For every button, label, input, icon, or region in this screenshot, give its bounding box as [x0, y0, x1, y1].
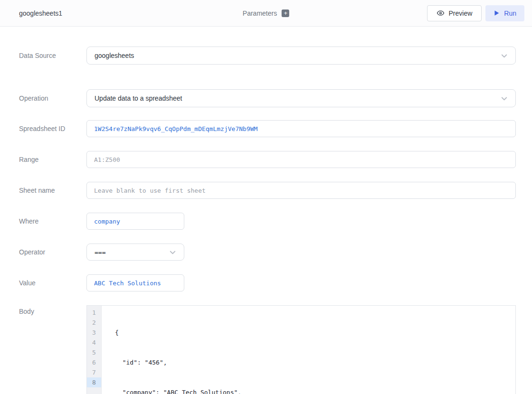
- field-row-range: Range: [19, 151, 516, 168]
- body-label: Body: [19, 305, 86, 315]
- line-number: 3: [87, 328, 101, 338]
- line-number: 6: [87, 357, 101, 367]
- field-row-spreadsheet-id: Spreadsheet ID: [19, 120, 516, 137]
- add-parameter-button[interactable]: +: [282, 9, 289, 17]
- where-input[interactable]: [86, 213, 184, 230]
- spreadsheet-id-input[interactable]: [86, 120, 516, 137]
- line-number: 5: [87, 347, 101, 357]
- value-input[interactable]: [86, 274, 184, 291]
- field-row-operation: Operation Update data to a spreadsheet: [19, 89, 516, 107]
- field-row-body: Body 1 2 3 4 5 6 7 8 { "id": "456", "com…: [19, 305, 516, 394]
- field-row-value: Value: [19, 274, 516, 291]
- body-code-content[interactable]: { "id": "456", "company": "ABC Tech Solu…: [102, 306, 515, 394]
- body-code-editor[interactable]: 1 2 3 4 5 6 7 8 { "id": "456", "company"…: [86, 305, 516, 394]
- operator-label: Operator: [19, 248, 86, 256]
- operator-value: ===: [95, 249, 105, 256]
- preview-button[interactable]: Preview: [427, 5, 482, 21]
- value-label: Value: [19, 279, 86, 287]
- chevron-down-icon: [168, 248, 177, 257]
- preview-button-label: Preview: [449, 9, 473, 17]
- data-source-value: googlesheets: [95, 52, 134, 59]
- code-line: "company": "ABC Tech Solutions",: [115, 387, 515, 394]
- field-row-where: Where: [19, 213, 516, 230]
- field-row-sheet-name: Sheet name: [19, 182, 516, 199]
- range-label: Range: [19, 156, 86, 163]
- line-number: 2: [87, 318, 101, 328]
- data-source-select[interactable]: googlesheets: [86, 47, 516, 65]
- code-line: "id": "456",: [115, 357, 515, 367]
- operation-label: Operation: [19, 94, 86, 102]
- range-input[interactable]: [86, 151, 516, 168]
- code-line: {: [115, 328, 515, 338]
- run-button-label: Run: [504, 9, 516, 17]
- line-number-active: 8: [87, 377, 101, 387]
- parameters-label: Parameters: [243, 9, 277, 17]
- line-number-gutter: 1 2 3 4 5 6 7 8: [87, 306, 102, 394]
- plus-icon: +: [284, 10, 287, 16]
- operation-select[interactable]: Update data to a spreadsheet: [86, 89, 516, 107]
- run-button[interactable]: Run: [485, 5, 524, 21]
- line-number: 1: [87, 308, 101, 318]
- line-number: 4: [87, 338, 101, 347]
- spreadsheet-id-label: Spreadsheet ID: [19, 125, 86, 132]
- field-row-data-source: Data Source googlesheets: [19, 47, 516, 65]
- query-parameters-form: Data Source googlesheets Operation Updat…: [0, 27, 532, 394]
- field-row-operator: Operator ===: [19, 244, 516, 261]
- data-source-label: Data Source: [19, 52, 86, 59]
- sheet-name-input[interactable]: [86, 182, 516, 199]
- where-label: Where: [19, 217, 86, 225]
- operator-select[interactable]: ===: [86, 244, 184, 261]
- eye-icon: [437, 9, 445, 17]
- line-number: 7: [87, 367, 101, 377]
- query-header: googlesheets1 Parameters + Preview Run: [0, 0, 532, 27]
- sheet-name-label: Sheet name: [19, 187, 86, 194]
- operation-value: Update data to a spreadsheet: [95, 94, 182, 102]
- chevron-down-icon: [500, 51, 509, 60]
- chevron-down-icon: [500, 94, 509, 103]
- play-icon: [494, 10, 500, 16]
- query-title: googlesheets1: [19, 9, 62, 17]
